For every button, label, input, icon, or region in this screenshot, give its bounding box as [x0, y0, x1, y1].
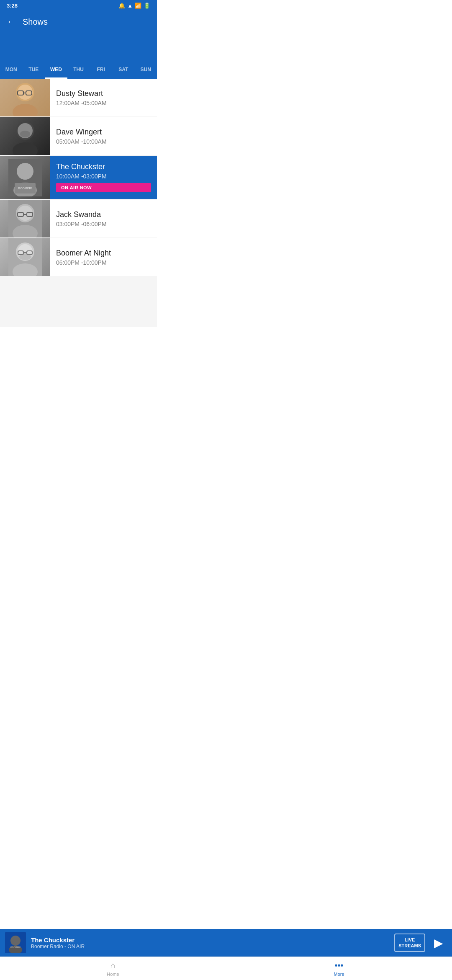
- show-time-jack-swanda: 03:00PM -06:00PM: [56, 221, 151, 227]
- shows-list: Dusty Stewart 12:00AM -05:00AM Dave Wing…: [0, 79, 157, 327]
- tab-wed[interactable]: WED: [45, 62, 67, 77]
- app-bar: ← Shows: [0, 11, 157, 32]
- tab-mon[interactable]: MON: [0, 62, 23, 77]
- notification-icon: 🔔: [118, 3, 125, 9]
- svg-point-11: [17, 163, 33, 180]
- show-time-dave-wingert: 05:00AM -10:00AM: [56, 138, 151, 145]
- tab-tue[interactable]: TUE: [23, 62, 45, 77]
- show-name-boomer-at-night: Boomer At Night: [56, 249, 151, 258]
- status-bar: 3:28 🔔 ▲ 📶 🔋: [0, 0, 157, 11]
- day-tabs: MON TUE WED THU FRI SAT SUN: [0, 62, 157, 79]
- show-name-dave-wingert: Dave Wingert: [56, 128, 151, 137]
- show-thumb-jack-swanda: [0, 200, 50, 237]
- wifi-icon: ▲: [127, 3, 133, 9]
- show-thumb-boomer-at-night: [0, 238, 50, 276]
- show-item-jack-swanda[interactable]: Jack Swanda 03:00PM -06:00PM: [0, 200, 157, 237]
- svg-point-9: [20, 131, 30, 137]
- signal-icon: 📶: [135, 3, 141, 9]
- back-button[interactable]: ←: [7, 16, 16, 27]
- svg-point-1: [13, 104, 38, 116]
- svg-point-2: [18, 85, 33, 100]
- tab-thu[interactable]: THU: [67, 62, 90, 77]
- show-info-dave-wingert: Dave Wingert 05:00AM -10:00AM: [50, 117, 157, 155]
- show-thumb-dave-wingert: [0, 117, 50, 155]
- show-item-dave-wingert[interactable]: Dave Wingert 05:00AM -10:00AM: [0, 117, 157, 155]
- svg-point-18: [18, 206, 33, 221]
- show-item-dusty-stewart[interactable]: Dusty Stewart 12:00AM -05:00AM: [0, 79, 157, 116]
- show-name-dusty-stewart: Dusty Stewart: [56, 89, 151, 98]
- show-time-dusty-stewart: 12:00AM -05:00AM: [56, 100, 151, 106]
- show-name-jack-swanda: Jack Swanda: [56, 210, 151, 219]
- show-item-the-chuckster[interactable]: BOOMER! The Chuckster 10:00AM -03:00PM O…: [0, 156, 157, 199]
- status-icons: 🔔 ▲ 📶 🔋: [118, 3, 150, 9]
- show-item-boomer-at-night[interactable]: Boomer At Night 06:00PM -10:00PM: [0, 238, 157, 276]
- show-info-boomer-at-night: Boomer At Night 06:00PM -10:00PM: [50, 238, 157, 276]
- show-thumb-the-chuckster: BOOMER!: [0, 156, 50, 199]
- tab-sun[interactable]: SUN: [134, 62, 157, 77]
- show-thumb-dusty-stewart: [0, 79, 50, 116]
- svg-text:BOOMER!: BOOMER!: [18, 187, 32, 190]
- page-title: Shows: [23, 17, 48, 27]
- show-info-the-chuckster: The Chuckster 10:00AM -03:00PM ON AIR NO…: [50, 156, 157, 199]
- hero-banner: [0, 32, 157, 62]
- on-air-badge: ON AIR NOW: [56, 183, 151, 192]
- show-time-the-chuckster: 10:00AM -03:00PM: [56, 173, 151, 180]
- show-info-dusty-stewart: Dusty Stewart 12:00AM -05:00AM: [50, 79, 157, 116]
- show-name-the-chuckster: The Chuckster: [56, 162, 151, 171]
- show-info-jack-swanda: Jack Swanda 03:00PM -06:00PM: [50, 200, 157, 237]
- status-time: 3:28: [7, 3, 18, 9]
- tab-fri[interactable]: FRI: [90, 62, 112, 77]
- svg-point-7: [13, 142, 38, 155]
- tab-sat[interactable]: SAT: [112, 62, 135, 77]
- battery-icon: 🔋: [144, 3, 150, 9]
- show-time-boomer-at-night: 06:00PM -10:00PM: [56, 259, 151, 266]
